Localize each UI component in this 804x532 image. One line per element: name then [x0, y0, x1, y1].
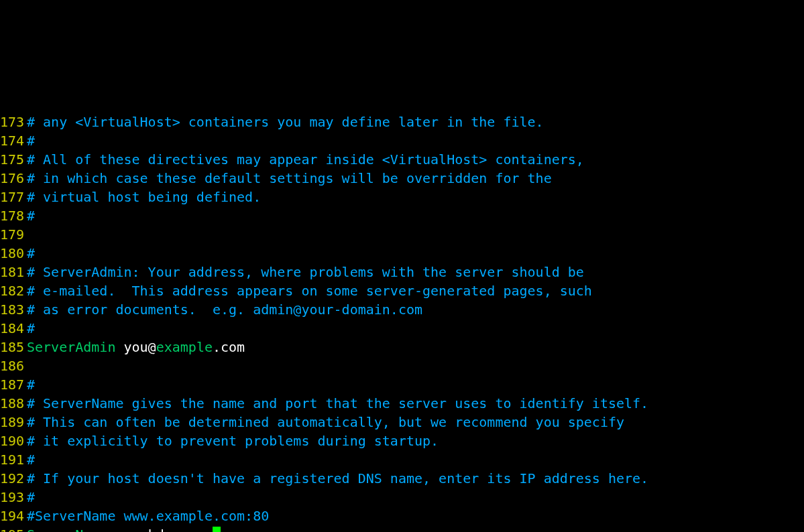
code-segment: #: [27, 452, 35, 468]
line-number: 175: [0, 150, 27, 169]
line-content[interactable]: #: [27, 450, 804, 469]
line-number: 188: [0, 394, 27, 413]
line-content[interactable]: # as error documents. e.g. admin@your-do…: [27, 300, 804, 319]
line-number: 189: [0, 413, 27, 431]
line-number: 173: [0, 113, 27, 131]
line-content[interactable]: # All of these directives may appear ins…: [27, 150, 804, 169]
code-line[interactable]: 183# as error documents. e.g. admin@your…: [0, 300, 804, 319]
line-number: 192: [0, 469, 27, 488]
code-line[interactable]: 186: [0, 356, 804, 375]
code-line[interactable]: 195ServerName www.bdqn.com: [0, 525, 804, 532]
code-segment: # as error documents. e.g. admin@your-do…: [27, 302, 422, 318]
code-line[interactable]: 190# it explicitly to prevent problems d…: [0, 431, 804, 450]
code-line[interactable]: 194#ServerName www.example.com:80: [0, 507, 804, 525]
line-content[interactable]: # This can often be determined automatic…: [27, 413, 804, 431]
code-line[interactable]: 180#: [0, 244, 804, 263]
code-line[interactable]: 178#: [0, 206, 804, 225]
line-content[interactable]: [27, 356, 804, 375]
line-number: 190: [0, 431, 27, 450]
line-content[interactable]: #ServerName www.example.com:80: [27, 507, 804, 525]
code-line[interactable]: 187#: [0, 375, 804, 394]
cursor-icon: [213, 527, 221, 532]
code-line[interactable]: 182# e-mailed. This address appears on s…: [0, 281, 804, 300]
line-content[interactable]: ServerName www.bdqn.com: [27, 525, 804, 532]
code-line[interactable]: 176# in which case these default setting…: [0, 169, 804, 188]
code-segment: #: [27, 320, 35, 336]
line-content[interactable]: # e-mailed. This address appears on some…: [27, 281, 804, 300]
code-line[interactable]: 184#: [0, 319, 804, 338]
line-content[interactable]: #: [27, 131, 804, 150]
line-content[interactable]: # ServerAdmin: Your address, where probl…: [27, 263, 804, 281]
line-content[interactable]: #: [27, 319, 804, 338]
line-number: 179: [0, 225, 27, 244]
code-segment: # ServerName gives the name and port tha…: [27, 395, 648, 411]
code-line[interactable]: 179: [0, 225, 804, 244]
code-line[interactable]: 175# All of these directives may appear …: [0, 150, 804, 169]
line-number: 184: [0, 319, 27, 338]
code-segment: # All of these directives may appear ins…: [27, 151, 584, 168]
line-number: 187: [0, 375, 27, 394]
line-number: 177: [0, 188, 27, 206]
code-line[interactable]: 181# ServerAdmin: Your address, where pr…: [0, 263, 804, 281]
code-segment: # If your host doesn't have a registered…: [27, 470, 648, 486]
code-segment: #: [27, 377, 35, 393]
code-segment: # ServerAdmin: Your address, where probl…: [27, 264, 584, 280]
line-content[interactable]: # it explicitly to prevent problems duri…: [27, 431, 804, 450]
code-line[interactable]: 173# any <VirtualHost> containers you ma…: [0, 113, 804, 131]
code-segment: ServerAdmin: [27, 339, 115, 355]
code-line[interactable]: 192# If your host doesn't have a registe…: [0, 469, 804, 488]
line-number: 174: [0, 131, 27, 150]
line-content[interactable]: #: [27, 206, 804, 225]
code-line[interactable]: 193#: [0, 488, 804, 507]
line-content[interactable]: [27, 225, 804, 244]
code-segment: you@: [115, 339, 156, 355]
line-content[interactable]: # virtual host being defined.: [27, 188, 804, 206]
line-content[interactable]: #: [27, 244, 804, 263]
line-number: 186: [0, 356, 27, 375]
line-number: 194: [0, 507, 27, 525]
line-content[interactable]: # in which case these default settings w…: [27, 169, 804, 188]
vim-editor[interactable]: 173# any <VirtualHost> containers you ma…: [0, 75, 804, 532]
line-number: 191: [0, 450, 27, 469]
code-segment: www.bdqn.com: [107, 527, 213, 532]
line-number: 183: [0, 300, 27, 319]
line-number: 195: [0, 525, 27, 532]
code-segment: .com: [213, 339, 245, 355]
code-line[interactable]: 191#: [0, 450, 804, 469]
code-line[interactable]: 188# ServerName gives the name and port …: [0, 394, 804, 413]
code-area[interactable]: 173# any <VirtualHost> containers you ma…: [0, 113, 804, 532]
code-line[interactable]: 174#: [0, 131, 804, 150]
code-segment: # This can often be determined automatic…: [27, 414, 624, 430]
line-content[interactable]: # If your host doesn't have a registered…: [27, 469, 804, 488]
code-line[interactable]: 177# virtual host being defined.: [0, 188, 804, 206]
line-number: 193: [0, 488, 27, 507]
code-segment: # it explicitly to prevent problems duri…: [27, 433, 439, 449]
line-content[interactable]: #: [27, 488, 804, 507]
line-number: 185: [0, 338, 27, 356]
line-number: 182: [0, 281, 27, 300]
line-content[interactable]: # ServerName gives the name and port tha…: [27, 394, 804, 413]
code-segment: # in which case these default settings w…: [27, 170, 552, 186]
line-number: 180: [0, 244, 27, 263]
code-segment: ServerName: [27, 527, 107, 532]
code-segment: # virtual host being defined.: [27, 189, 261, 205]
code-segment: #: [27, 489, 35, 505]
line-number: 176: [0, 169, 27, 188]
code-segment: #ServerName www.example.com:80: [27, 508, 269, 524]
code-segment: # any <VirtualHost> containers you may d…: [27, 114, 544, 130]
code-segment: #: [27, 245, 35, 261]
line-content[interactable]: # any <VirtualHost> containers you may d…: [27, 113, 804, 131]
code-segment: example: [156, 339, 213, 355]
line-content[interactable]: #: [27, 375, 804, 394]
code-segment: #: [27, 133, 35, 149]
line-content[interactable]: ServerAdmin you@example.com: [27, 338, 804, 356]
code-line[interactable]: 189# This can often be determined automa…: [0, 413, 804, 431]
line-number: 178: [0, 206, 27, 225]
code-segment: # e-mailed. This address appears on some…: [27, 283, 592, 299]
line-number: 181: [0, 263, 27, 281]
code-segment: #: [27, 208, 35, 224]
code-line[interactable]: 185ServerAdmin you@example.com: [0, 338, 804, 356]
